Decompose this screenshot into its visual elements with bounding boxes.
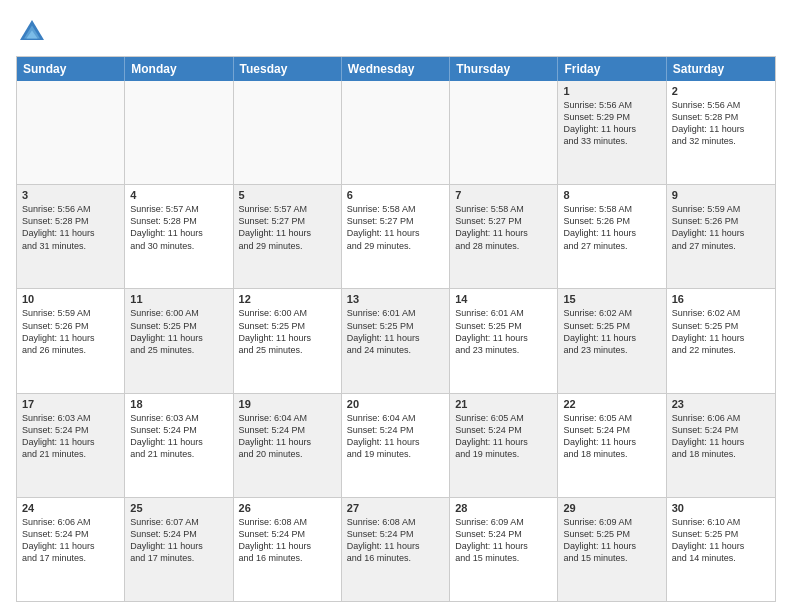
cal-cell-23: 23Sunrise: 6:06 AM Sunset: 5:24 PM Dayli… (667, 394, 775, 497)
day-info: Sunrise: 6:00 AM Sunset: 5:25 PM Dayligh… (130, 307, 227, 356)
day-header-tuesday: Tuesday (234, 57, 342, 81)
cal-cell-9: 9Sunrise: 5:59 AM Sunset: 5:26 PM Daylig… (667, 185, 775, 288)
calendar-row-3: 17Sunrise: 6:03 AM Sunset: 5:24 PM Dayli… (17, 394, 775, 498)
day-number: 7 (455, 189, 552, 201)
day-info: Sunrise: 6:08 AM Sunset: 5:24 PM Dayligh… (347, 516, 444, 565)
day-info: Sunrise: 6:03 AM Sunset: 5:24 PM Dayligh… (130, 412, 227, 461)
day-number: 16 (672, 293, 770, 305)
cal-cell-8: 8Sunrise: 5:58 AM Sunset: 5:26 PM Daylig… (558, 185, 666, 288)
day-number: 9 (672, 189, 770, 201)
cal-cell-2: 2Sunrise: 5:56 AM Sunset: 5:28 PM Daylig… (667, 81, 775, 184)
cal-cell-12: 12Sunrise: 6:00 AM Sunset: 5:25 PM Dayli… (234, 289, 342, 392)
day-info: Sunrise: 6:09 AM Sunset: 5:25 PM Dayligh… (563, 516, 660, 565)
day-number: 18 (130, 398, 227, 410)
cal-cell-28: 28Sunrise: 6:09 AM Sunset: 5:24 PM Dayli… (450, 498, 558, 601)
cal-cell-empty-0-3 (342, 81, 450, 184)
cal-cell-empty-0-0 (17, 81, 125, 184)
cal-cell-empty-0-2 (234, 81, 342, 184)
calendar-row-2: 10Sunrise: 5:59 AM Sunset: 5:26 PM Dayli… (17, 289, 775, 393)
cal-cell-22: 22Sunrise: 6:05 AM Sunset: 5:24 PM Dayli… (558, 394, 666, 497)
cal-cell-7: 7Sunrise: 5:58 AM Sunset: 5:27 PM Daylig… (450, 185, 558, 288)
day-header-saturday: Saturday (667, 57, 775, 81)
day-info: Sunrise: 6:02 AM Sunset: 5:25 PM Dayligh… (672, 307, 770, 356)
day-number: 17 (22, 398, 119, 410)
day-number: 28 (455, 502, 552, 514)
cal-cell-15: 15Sunrise: 6:02 AM Sunset: 5:25 PM Dayli… (558, 289, 666, 392)
cal-cell-21: 21Sunrise: 6:05 AM Sunset: 5:24 PM Dayli… (450, 394, 558, 497)
cal-cell-19: 19Sunrise: 6:04 AM Sunset: 5:24 PM Dayli… (234, 394, 342, 497)
day-number: 14 (455, 293, 552, 305)
day-info: Sunrise: 5:58 AM Sunset: 5:26 PM Dayligh… (563, 203, 660, 252)
day-header-monday: Monday (125, 57, 233, 81)
day-info: Sunrise: 6:04 AM Sunset: 5:24 PM Dayligh… (239, 412, 336, 461)
day-number: 11 (130, 293, 227, 305)
day-info: Sunrise: 6:06 AM Sunset: 5:24 PM Dayligh… (22, 516, 119, 565)
day-info: Sunrise: 6:05 AM Sunset: 5:24 PM Dayligh… (455, 412, 552, 461)
day-number: 5 (239, 189, 336, 201)
day-number: 6 (347, 189, 444, 201)
logo-icon (16, 16, 48, 48)
calendar: SundayMondayTuesdayWednesdayThursdayFrid… (16, 56, 776, 602)
calendar-row-0: 1Sunrise: 5:56 AM Sunset: 5:29 PM Daylig… (17, 81, 775, 185)
cal-cell-empty-0-1 (125, 81, 233, 184)
day-info: Sunrise: 5:56 AM Sunset: 5:28 PM Dayligh… (22, 203, 119, 252)
day-number: 12 (239, 293, 336, 305)
day-info: Sunrise: 6:05 AM Sunset: 5:24 PM Dayligh… (563, 412, 660, 461)
cal-cell-11: 11Sunrise: 6:00 AM Sunset: 5:25 PM Dayli… (125, 289, 233, 392)
calendar-body: 1Sunrise: 5:56 AM Sunset: 5:29 PM Daylig… (17, 81, 775, 601)
cal-cell-10: 10Sunrise: 5:59 AM Sunset: 5:26 PM Dayli… (17, 289, 125, 392)
day-header-thursday: Thursday (450, 57, 558, 81)
cal-cell-16: 16Sunrise: 6:02 AM Sunset: 5:25 PM Dayli… (667, 289, 775, 392)
cal-cell-empty-0-4 (450, 81, 558, 184)
day-info: Sunrise: 5:59 AM Sunset: 5:26 PM Dayligh… (672, 203, 770, 252)
day-info: Sunrise: 5:58 AM Sunset: 5:27 PM Dayligh… (455, 203, 552, 252)
day-info: Sunrise: 6:06 AM Sunset: 5:24 PM Dayligh… (672, 412, 770, 461)
day-info: Sunrise: 5:58 AM Sunset: 5:27 PM Dayligh… (347, 203, 444, 252)
calendar-row-4: 24Sunrise: 6:06 AM Sunset: 5:24 PM Dayli… (17, 498, 775, 601)
logo (16, 16, 52, 48)
day-info: Sunrise: 6:04 AM Sunset: 5:24 PM Dayligh… (347, 412, 444, 461)
day-info: Sunrise: 5:56 AM Sunset: 5:28 PM Dayligh… (672, 99, 770, 148)
cal-cell-20: 20Sunrise: 6:04 AM Sunset: 5:24 PM Dayli… (342, 394, 450, 497)
cal-cell-4: 4Sunrise: 5:57 AM Sunset: 5:28 PM Daylig… (125, 185, 233, 288)
day-header-friday: Friday (558, 57, 666, 81)
day-info: Sunrise: 6:03 AM Sunset: 5:24 PM Dayligh… (22, 412, 119, 461)
day-number: 27 (347, 502, 444, 514)
cal-cell-5: 5Sunrise: 5:57 AM Sunset: 5:27 PM Daylig… (234, 185, 342, 288)
day-number: 8 (563, 189, 660, 201)
day-number: 26 (239, 502, 336, 514)
day-number: 21 (455, 398, 552, 410)
day-number: 13 (347, 293, 444, 305)
cal-cell-29: 29Sunrise: 6:09 AM Sunset: 5:25 PM Dayli… (558, 498, 666, 601)
day-number: 25 (130, 502, 227, 514)
day-number: 1 (563, 85, 660, 97)
cal-cell-18: 18Sunrise: 6:03 AM Sunset: 5:24 PM Dayli… (125, 394, 233, 497)
cal-cell-1: 1Sunrise: 5:56 AM Sunset: 5:29 PM Daylig… (558, 81, 666, 184)
cal-cell-26: 26Sunrise: 6:08 AM Sunset: 5:24 PM Dayli… (234, 498, 342, 601)
cal-cell-3: 3Sunrise: 5:56 AM Sunset: 5:28 PM Daylig… (17, 185, 125, 288)
day-header-sunday: Sunday (17, 57, 125, 81)
day-number: 3 (22, 189, 119, 201)
page: SundayMondayTuesdayWednesdayThursdayFrid… (0, 0, 792, 612)
cal-cell-24: 24Sunrise: 6:06 AM Sunset: 5:24 PM Dayli… (17, 498, 125, 601)
cal-cell-17: 17Sunrise: 6:03 AM Sunset: 5:24 PM Dayli… (17, 394, 125, 497)
day-number: 22 (563, 398, 660, 410)
day-number: 29 (563, 502, 660, 514)
day-number: 23 (672, 398, 770, 410)
day-info: Sunrise: 6:10 AM Sunset: 5:25 PM Dayligh… (672, 516, 770, 565)
header (16, 16, 776, 48)
day-info: Sunrise: 6:08 AM Sunset: 5:24 PM Dayligh… (239, 516, 336, 565)
day-header-wednesday: Wednesday (342, 57, 450, 81)
day-number: 15 (563, 293, 660, 305)
cal-cell-13: 13Sunrise: 6:01 AM Sunset: 5:25 PM Dayli… (342, 289, 450, 392)
day-info: Sunrise: 6:00 AM Sunset: 5:25 PM Dayligh… (239, 307, 336, 356)
day-number: 10 (22, 293, 119, 305)
cal-cell-14: 14Sunrise: 6:01 AM Sunset: 5:25 PM Dayli… (450, 289, 558, 392)
cal-cell-30: 30Sunrise: 6:10 AM Sunset: 5:25 PM Dayli… (667, 498, 775, 601)
cal-cell-6: 6Sunrise: 5:58 AM Sunset: 5:27 PM Daylig… (342, 185, 450, 288)
day-info: Sunrise: 6:09 AM Sunset: 5:24 PM Dayligh… (455, 516, 552, 565)
day-number: 24 (22, 502, 119, 514)
day-info: Sunrise: 5:57 AM Sunset: 5:27 PM Dayligh… (239, 203, 336, 252)
calendar-row-1: 3Sunrise: 5:56 AM Sunset: 5:28 PM Daylig… (17, 185, 775, 289)
day-info: Sunrise: 6:07 AM Sunset: 5:24 PM Dayligh… (130, 516, 227, 565)
